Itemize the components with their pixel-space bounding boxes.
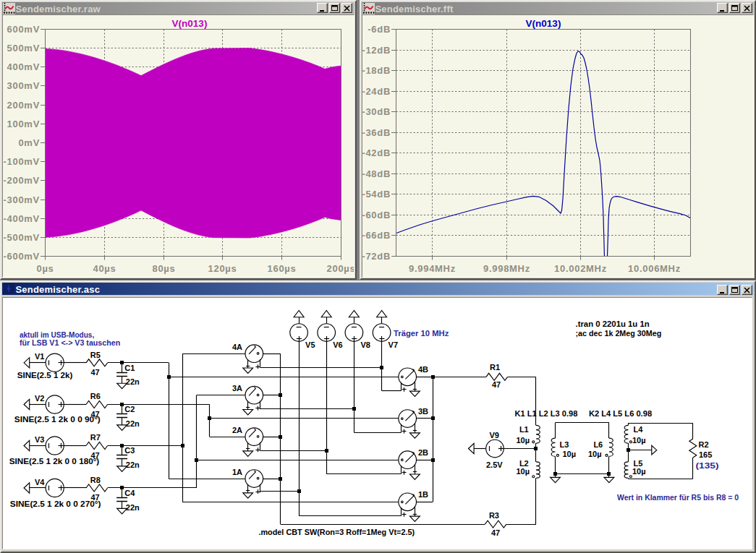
svg-text:SINE(2.5 1 2k 0 0 180°): SINE(2.5 1 2k 0 0 180°) [9,457,100,466]
svg-text:V9: V9 [490,431,499,440]
svg-text:600mV: 600mV [7,24,40,35]
svg-text:-400mV: -400mV [4,213,40,224]
svg-text:V1: V1 [35,352,44,361]
svg-text:-36dB: -36dB [362,127,391,138]
svg-text:160µs: 160µs [268,263,297,274]
svg-text:L6: L6 [593,440,603,449]
svg-text:1A: 1A [232,468,242,476]
svg-text:C4: C4 [124,489,135,497]
svg-text:-300mV: -300mV [4,194,40,205]
svg-text:10.006MHz: 10.006MHz [628,263,681,274]
svg-text:47: 47 [492,380,501,389]
svg-text:-100mV: -100mV [4,156,40,167]
svg-text:Wert in Klammer für R5 bis R8: Wert in Klammer für R5 bis R8 = 0 [617,493,739,502]
svg-text:R2: R2 [699,440,709,449]
svg-text:400mV: 400mV [7,61,40,72]
svg-text:(135): (135) [696,461,719,470]
svg-text:-48dB: -48dB [362,168,391,179]
svg-text:V7: V7 [388,340,398,349]
svg-text:SINE(2.5 1 2k): SINE(2.5 1 2k) [17,371,73,380]
svg-text:-72dB: -72dB [362,251,391,262]
svg-text:-24dB: -24dB [362,86,391,97]
svg-text:300mV: 300mV [7,80,40,91]
svg-text:0mV: 0mV [18,137,40,148]
svg-text:47: 47 [91,368,100,377]
svg-text:2.5V: 2.5V [486,460,503,469]
svg-text:L4: L4 [634,425,644,434]
svg-text:R5: R5 [90,351,101,359]
svg-text:100mV: 100mV [7,119,40,129]
svg-text:-600mV: -600mV [4,251,40,262]
svg-text:2B: 2B [418,448,428,457]
svg-text:-18dB: -18dB [362,65,391,76]
svg-text:R8: R8 [90,476,101,484]
svg-text:R6: R6 [90,392,101,400]
svg-text:.tran 0 2201u 1u 1n: .tran 0 2201u 1u 1n [576,320,650,328]
svg-text:22n: 22n [126,503,140,512]
svg-text:120µs: 120µs [208,263,237,274]
svg-text:C1: C1 [124,364,135,372]
svg-text:3A: 3A [232,384,242,393]
svg-text:10µ: 10µ [632,467,646,476]
svg-text:-12dB: -12dB [362,45,391,56]
svg-text:500mV: 500mV [7,43,40,53]
svg-text:.model CBT SW(Ron=3 Roff=1Meg: .model CBT SW(Ron=3 Roff=1Meg Vt=2.5) [258,528,415,536]
svg-text:V5: V5 [305,340,315,349]
svg-text:V3: V3 [35,435,44,444]
svg-text:L2: L2 [519,459,529,468]
svg-text:-30dB: -30dB [362,106,391,117]
svg-text:3B: 3B [418,407,428,416]
svg-text:Träger 10 MHz: Träger 10 MHz [394,329,449,338]
svg-text:;ac dec 1k 2Meg 30Meg: ;ac dec 1k 2Meg 30Meg [576,329,662,338]
svg-text:165: 165 [699,450,712,459]
svg-text:-60dB: -60dB [362,210,391,220]
svg-text:10µ: 10µ [632,436,646,445]
svg-text:40µs: 40µs [93,263,116,274]
svg-text:2A: 2A [232,426,242,434]
svg-text:10µ: 10µ [563,450,577,458]
svg-text:V(n013): V(n013) [172,18,208,29]
svg-text:R3: R3 [489,511,499,520]
svg-text:C3: C3 [124,446,135,455]
svg-text:10µ: 10µ [517,436,530,445]
svg-text:V4: V4 [35,478,45,486]
svg-text:für LSB V1 <-> V3 tauschen: für LSB V1 <-> V3 tauschen [20,338,121,347]
svg-text:-54dB: -54dB [362,189,391,200]
svg-text:10µ: 10µ [588,450,602,458]
svg-text:L1: L1 [519,425,529,434]
svg-text:22n: 22n [126,377,140,386]
svg-text:V8: V8 [360,340,370,349]
svg-text:K1 L1 L2 L3 0.98: K1 L1 L2 L3 0.98 [515,409,578,418]
svg-text:SINE(2.5 1 2k 0 0 90°): SINE(2.5 1 2k 0 0 90°) [14,415,101,424]
svg-text:1B: 1B [418,490,428,499]
svg-text:200µs: 200µs [327,263,354,274]
svg-text:R7: R7 [90,433,101,442]
svg-text:9.994MHz: 9.994MHz [409,263,456,274]
svg-text:-200mV: -200mV [4,175,40,186]
svg-text:22n: 22n [126,419,140,428]
svg-text:10µ: 10µ [517,467,530,476]
svg-text:R1: R1 [490,363,500,372]
svg-text:L5: L5 [634,459,643,468]
svg-text:0µs: 0µs [36,263,54,274]
svg-text:47: 47 [491,528,500,537]
svg-text:4B: 4B [418,365,428,374]
svg-text:V6: V6 [333,340,342,349]
svg-text:-66dB: -66dB [362,230,391,241]
svg-text:200mV: 200mV [7,100,40,111]
svg-text:-42dB: -42dB [362,147,391,158]
svg-text:9.998MHz: 9.998MHz [483,263,530,274]
svg-text:K2 L4 L5 L6 0.98: K2 L4 L5 L6 0.98 [589,409,652,418]
svg-text:80µs: 80µs [153,263,176,274]
svg-text:22n: 22n [126,460,140,469]
svg-text:L3: L3 [560,440,569,449]
svg-text:-6dB: -6dB [368,24,391,35]
svg-text:4A: 4A [232,343,242,351]
svg-text:-500mV: -500mV [4,232,40,243]
svg-text:V(n013): V(n013) [526,18,561,29]
svg-text:V2: V2 [35,394,44,403]
svg-text:SINE(2.5 1 2k 0 0 270°): SINE(2.5 1 2k 0 0 270°) [10,500,101,508]
svg-text:10.002MHz: 10.002MHz [554,263,607,274]
svg-text:C2: C2 [124,405,135,413]
